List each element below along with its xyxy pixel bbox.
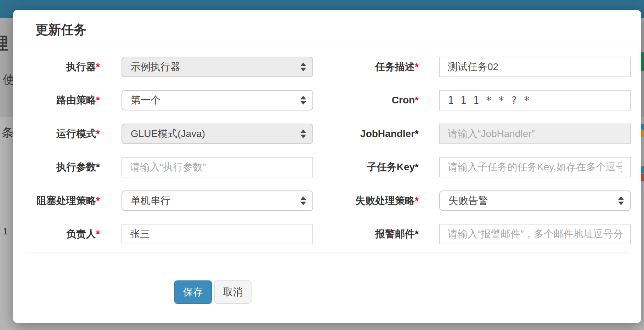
select-arrows-icon: [618, 197, 624, 205]
executor-select: 示例执行器: [122, 57, 313, 77]
fail-strategy-select-value: 失败告警: [448, 194, 488, 207]
route-strategy-label: 路由策略*: [25, 90, 100, 110]
background-text-fragment: 理: [0, 33, 9, 55]
required-marker: *: [96, 128, 100, 139]
child-jobkey-input[interactable]: [439, 157, 631, 177]
route-strategy-select-value: 第一个: [131, 93, 160, 107]
glue-type-select: GLUE模式(Java): [122, 124, 313, 144]
background-button-fragment-green: [641, 52, 644, 71]
fail-strategy-select[interactable]: 失败告警: [439, 190, 631, 211]
glue-type-select-value: GLUE模式(Java): [131, 127, 205, 141]
form-row: 执行器* 示例执行器 任务描述*: [13, 57, 641, 77]
job-desc-input[interactable]: [439, 57, 631, 77]
jobhandler-label: JobHandler*: [333, 124, 419, 144]
required-marker: *: [96, 195, 100, 206]
glue-type-label: 运行模式*: [25, 124, 100, 144]
required-marker: *: [415, 95, 419, 106]
block-strategy-select[interactable]: 单机串行: [122, 190, 313, 211]
screen: 理 使 条 1 更新任务 执行器* 示例执行器 任务描述* 路由策略*: [0, 0, 644, 330]
select-arrows-icon: [300, 96, 306, 105]
cancel-button[interactable]: 取消: [214, 280, 252, 304]
select-arrows-icon: [300, 197, 306, 205]
modal-title: 更新任务: [35, 21, 86, 39]
exec-param-label: 执行参数*: [25, 157, 100, 177]
select-arrows-icon: [300, 63, 306, 72]
form-row: 路由策略* 第一个 Cron*: [13, 90, 641, 110]
required-marker: *: [96, 95, 100, 106]
executor-select-value: 示例执行器: [131, 60, 180, 74]
child-jobkey-label: 子任务Key*: [333, 157, 419, 177]
background-button-fragment-blue: [641, 124, 644, 130]
exec-param-input[interactable]: [122, 157, 313, 177]
optional-marker: *: [415, 228, 419, 239]
jobhandler-input: [439, 124, 631, 144]
block-strategy-label: 阻塞处理策略*: [25, 190, 100, 211]
cron-label: Cron*: [333, 90, 419, 110]
route-strategy-select[interactable]: 第一个: [122, 90, 313, 110]
optional-marker: *: [415, 161, 419, 172]
alarm-email-label: 报警邮件*: [333, 224, 419, 244]
fail-strategy-label: 失败处理策略*: [333, 190, 419, 211]
optional-marker: *: [415, 128, 419, 139]
background-text-fragment: 条: [1, 125, 13, 141]
background-button-fragment-red: [641, 174, 644, 181]
background-button-fragment-orange: [641, 130, 644, 137]
background-button-fragment-blue: [641, 166, 644, 173]
owner-input[interactable]: [122, 224, 313, 244]
block-strategy-select-value: 单机串行: [131, 194, 170, 207]
optional-marker: *: [96, 161, 100, 172]
background-text-fragment: 1: [3, 226, 8, 237]
form-divider: [25, 252, 629, 253]
form-row: 阻塞处理策略* 单机串行 失败处理策略* 失败告警: [13, 190, 641, 211]
form-row: 执行参数* 子任务Key*: [13, 157, 641, 177]
required-marker: *: [96, 228, 100, 239]
alarm-email-input[interactable]: [439, 224, 631, 244]
cron-input[interactable]: [439, 90, 631, 110]
owner-label: 负责人*: [25, 224, 100, 244]
form-row: 运行模式* GLUE模式(Java) JobHandler*: [13, 124, 641, 144]
update-job-modal: 更新任务 执行器* 示例执行器 任务描述* 路由策略* 第一个: [13, 10, 641, 323]
select-arrows-icon: [300, 130, 306, 138]
job-desc-label: 任务描述*: [333, 57, 419, 77]
required-marker: *: [415, 61, 419, 72]
form-row: 负责人* 报警邮件*: [13, 224, 641, 244]
save-button[interactable]: 保存: [174, 280, 212, 304]
executor-label: 执行器*: [25, 57, 100, 77]
modal-header: 更新任务: [13, 10, 641, 41]
required-marker: *: [415, 195, 419, 206]
required-marker: *: [96, 61, 100, 72]
